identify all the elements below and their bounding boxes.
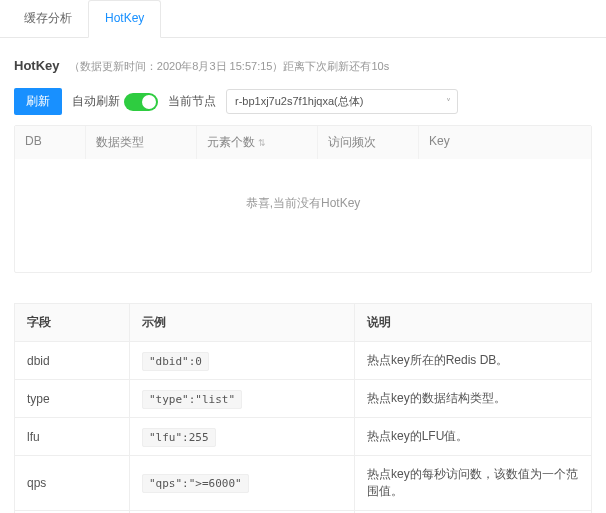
page-header: HotKey （数据更新时间：2020年8月3日 15:57:15）距离下次刷新… [14, 58, 592, 74]
empty-state: 恭喜,当前没有HotKey [15, 159, 591, 272]
tab-bar: 缓存分析 HotKey [0, 0, 606, 38]
table-header: DB 数据类型 元素个数 ⇅ 访问频次 Key [15, 126, 591, 159]
node-select-value: r-bp1xj7u2s7f1hjqxa(总体) [235, 95, 363, 107]
th-field: 字段 [15, 304, 130, 342]
col-db[interactable]: DB [15, 126, 86, 159]
cell-example: "dbid":0 [130, 342, 355, 380]
table-row: qps"qps":">=6000"热点key的每秒访问数，该数值为一个范围值。 [15, 456, 592, 511]
cell-example: "qps":">=6000" [130, 456, 355, 511]
col-count[interactable]: 元素个数 ⇅ [197, 126, 318, 159]
current-node-label: 当前节点 [168, 93, 216, 110]
chevron-down-icon: ˅ [446, 96, 451, 107]
node-select[interactable]: r-bp1xj7u2s7f1hjqxa(总体) ˅ [226, 89, 458, 114]
refresh-button[interactable]: 刷新 [14, 88, 62, 115]
auto-refresh-label: 自动刷新 [72, 93, 120, 110]
table-row: dbid"dbid":0热点key所在的Redis DB。 [15, 342, 592, 380]
th-desc: 说明 [355, 304, 592, 342]
cell-desc: 热点key的LFU值。 [355, 418, 592, 456]
cell-example: "lfu":255 [130, 418, 355, 456]
toolbar: 刷新 自动刷新 当前节点 r-bp1xj7u2s7f1hjqxa(总体) ˅ [14, 88, 592, 115]
col-key[interactable]: Key [419, 126, 591, 159]
cell-field: type [15, 380, 130, 418]
auto-refresh-toggle[interactable] [124, 93, 158, 111]
cell-field: dbid [15, 342, 130, 380]
table-row: lfu"lfu":255热点key的LFU值。 [15, 418, 592, 456]
tab-cache-analysis[interactable]: 缓存分析 [8, 0, 88, 37]
update-meta: （数据更新时间：2020年8月3日 15:57:15）距离下次刷新还有10s [69, 60, 389, 72]
tab-hotkey[interactable]: HotKey [88, 0, 161, 38]
sort-icon: ⇅ [258, 139, 266, 147]
col-type[interactable]: 数据类型 [86, 126, 197, 159]
cell-desc: 热点key的每秒访问数，该数值为一个范围值。 [355, 456, 592, 511]
cell-desc: 热点key的数据结构类型。 [355, 380, 592, 418]
th-example: 示例 [130, 304, 355, 342]
table-row: type"type":"list"热点key的数据结构类型。 [15, 380, 592, 418]
hotkey-table: DB 数据类型 元素个数 ⇅ 访问频次 Key 恭喜,当前没有HotKey [14, 125, 592, 273]
doc-header-row: 字段 示例 说明 [15, 304, 592, 342]
cell-field: qps [15, 456, 130, 511]
cell-field: lfu [15, 418, 130, 456]
col-freq[interactable]: 访问频次 [318, 126, 419, 159]
cell-example: "type":"list" [130, 380, 355, 418]
doc-table: 字段 示例 说明 dbid"dbid":0热点key所在的Redis DB。ty… [14, 303, 592, 513]
page-title: HotKey [14, 58, 60, 73]
cell-desc: 热点key所在的Redis DB。 [355, 342, 592, 380]
